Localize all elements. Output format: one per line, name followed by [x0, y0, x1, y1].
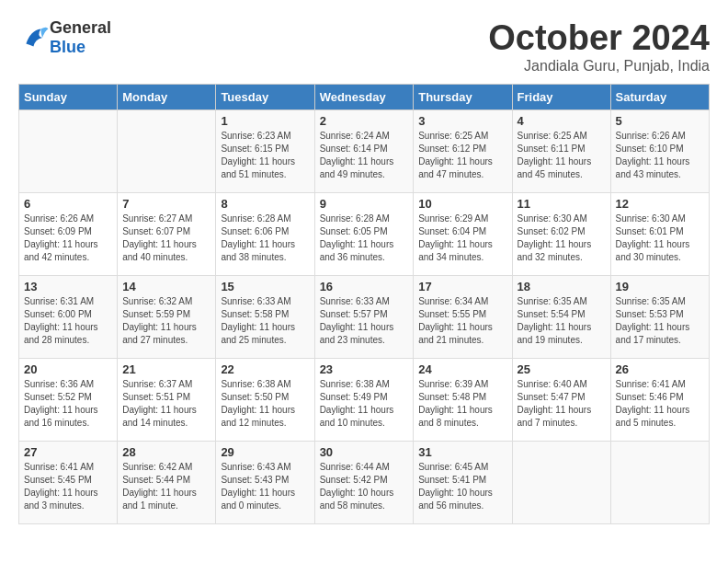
day-number: 24 [418, 362, 506, 376]
day-info: Sunrise: 6:32 AM Sunset: 5:59 PM Dayligh… [122, 295, 210, 347]
calendar-cell: 29Sunrise: 6:43 AM Sunset: 5:43 PM Dayli… [216, 442, 314, 524]
day-info: Sunrise: 6:35 AM Sunset: 5:53 PM Dayligh… [616, 295, 704, 347]
day-number: 5 [616, 114, 704, 128]
day-info: Sunrise: 6:26 AM Sunset: 6:10 PM Dayligh… [616, 130, 704, 181]
calendar-cell: 16Sunrise: 6:33 AM Sunset: 5:57 PM Dayli… [314, 276, 414, 359]
calendar-cell: 9Sunrise: 6:28 AM Sunset: 6:05 PM Daylig… [314, 193, 414, 276]
calendar-cell: 28Sunrise: 6:42 AM Sunset: 5:44 PM Dayli… [118, 442, 216, 524]
week-row-2: 6Sunrise: 6:26 AM Sunset: 6:09 PM Daylig… [19, 193, 710, 276]
day-number: 12 [616, 197, 704, 211]
day-info: Sunrise: 6:45 AM Sunset: 5:41 PM Dayligh… [418, 461, 506, 512]
day-info: Sunrise: 6:23 AM Sunset: 6:15 PM Dayligh… [221, 130, 309, 181]
calendar-cell: 20Sunrise: 6:36 AM Sunset: 5:52 PM Dayli… [19, 359, 118, 442]
day-number: 19 [616, 280, 704, 293]
calendar-cell [118, 110, 216, 193]
page-header: General Blue October 2024 Jandiala Guru,… [18, 18, 710, 75]
calendar-cell: 2Sunrise: 6:24 AM Sunset: 6:14 PM Daylig… [314, 110, 414, 193]
day-info: Sunrise: 6:27 AM Sunset: 6:07 PM Dayligh… [122, 213, 210, 264]
day-number: 16 [320, 280, 409, 293]
header-day-sunday: Sunday [19, 85, 118, 110]
day-info: Sunrise: 6:38 AM Sunset: 5:49 PM Dayligh… [320, 378, 409, 430]
calendar-cell: 24Sunrise: 6:39 AM Sunset: 5:48 PM Dayli… [414, 359, 512, 442]
header-day-thursday: Thursday [414, 85, 512, 110]
day-number: 25 [518, 362, 606, 376]
calendar-cell: 25Sunrise: 6:40 AM Sunset: 5:47 PM Dayli… [512, 359, 610, 442]
day-info: Sunrise: 6:41 AM Sunset: 5:46 PM Dayligh… [616, 378, 704, 430]
day-info: Sunrise: 6:33 AM Sunset: 5:57 PM Dayligh… [320, 295, 409, 347]
logo: General Blue [18, 18, 111, 57]
logo-general-text: General [50, 18, 111, 37]
day-number: 1 [221, 114, 309, 128]
day-number: 15 [221, 280, 309, 293]
header-day-wednesday: Wednesday [314, 85, 414, 110]
day-number: 22 [221, 362, 309, 376]
day-number: 21 [122, 362, 210, 376]
calendar-cell: 26Sunrise: 6:41 AM Sunset: 5:46 PM Dayli… [610, 359, 709, 442]
calendar-cell: 10Sunrise: 6:29 AM Sunset: 6:04 PM Dayli… [414, 193, 512, 276]
calendar-cell: 3Sunrise: 6:25 AM Sunset: 6:12 PM Daylig… [414, 110, 512, 193]
day-info: Sunrise: 6:28 AM Sunset: 6:05 PM Dayligh… [320, 213, 409, 264]
header-day-saturday: Saturday [610, 85, 709, 110]
calendar-cell: 14Sunrise: 6:32 AM Sunset: 5:59 PM Dayli… [118, 276, 216, 359]
logo-icon [20, 23, 50, 52]
header-row: SundayMondayTuesdayWednesdayThursdayFrid… [19, 85, 710, 110]
day-info: Sunrise: 6:37 AM Sunset: 5:51 PM Dayligh… [122, 378, 210, 430]
day-info: Sunrise: 6:28 AM Sunset: 6:06 PM Dayligh… [221, 213, 309, 264]
header-day-tuesday: Tuesday [216, 85, 314, 110]
day-number: 10 [418, 197, 506, 211]
day-number: 18 [518, 280, 606, 293]
day-number: 6 [24, 197, 112, 211]
day-number: 13 [24, 280, 112, 293]
month-title: October 2024 [488, 18, 710, 58]
day-info: Sunrise: 6:41 AM Sunset: 5:45 PM Dayligh… [24, 461, 112, 512]
day-number: 3 [418, 114, 506, 128]
day-number: 4 [518, 114, 606, 128]
week-row-1: 1Sunrise: 6:23 AM Sunset: 6:15 PM Daylig… [19, 110, 710, 193]
week-row-3: 13Sunrise: 6:31 AM Sunset: 6:00 PM Dayli… [19, 276, 710, 359]
day-number: 17 [418, 280, 506, 293]
day-info: Sunrise: 6:40 AM Sunset: 5:47 PM Dayligh… [518, 378, 606, 430]
day-info: Sunrise: 6:26 AM Sunset: 6:09 PM Dayligh… [24, 213, 112, 264]
calendar-cell: 19Sunrise: 6:35 AM Sunset: 5:53 PM Dayli… [610, 276, 709, 359]
day-number: 2 [320, 114, 409, 128]
calendar-cell: 1Sunrise: 6:23 AM Sunset: 6:15 PM Daylig… [216, 110, 314, 193]
calendar-cell: 21Sunrise: 6:37 AM Sunset: 5:51 PM Dayli… [118, 359, 216, 442]
day-info: Sunrise: 6:30 AM Sunset: 6:02 PM Dayligh… [518, 213, 606, 264]
calendar-cell: 13Sunrise: 6:31 AM Sunset: 6:00 PM Dayli… [19, 276, 118, 359]
day-number: 8 [221, 197, 309, 211]
day-number: 29 [221, 445, 309, 459]
day-number: 23 [320, 362, 409, 376]
header-day-friday: Friday [512, 85, 610, 110]
day-info: Sunrise: 6:30 AM Sunset: 6:01 PM Dayligh… [616, 213, 704, 264]
calendar-cell: 17Sunrise: 6:34 AM Sunset: 5:55 PM Dayli… [414, 276, 512, 359]
calendar-cell: 4Sunrise: 6:25 AM Sunset: 6:11 PM Daylig… [512, 110, 610, 193]
day-info: Sunrise: 6:36 AM Sunset: 5:52 PM Dayligh… [24, 378, 112, 430]
calendar-header: SundayMondayTuesdayWednesdayThursdayFrid… [19, 85, 710, 110]
day-info: Sunrise: 6:31 AM Sunset: 6:00 PM Dayligh… [24, 295, 112, 347]
day-info: Sunrise: 6:43 AM Sunset: 5:43 PM Dayligh… [221, 461, 309, 512]
calendar-cell: 18Sunrise: 6:35 AM Sunset: 5:54 PM Dayli… [512, 276, 610, 359]
calendar-cell: 27Sunrise: 6:41 AM Sunset: 5:45 PM Dayli… [19, 442, 118, 524]
day-number: 7 [122, 197, 210, 211]
day-info: Sunrise: 6:33 AM Sunset: 5:58 PM Dayligh… [221, 295, 309, 347]
calendar-cell: 30Sunrise: 6:44 AM Sunset: 5:42 PM Dayli… [314, 442, 414, 524]
day-number: 14 [122, 280, 210, 293]
day-info: Sunrise: 6:42 AM Sunset: 5:44 PM Dayligh… [122, 461, 210, 512]
day-info: Sunrise: 6:39 AM Sunset: 5:48 PM Dayligh… [418, 378, 506, 430]
calendar-table: SundayMondayTuesdayWednesdayThursdayFrid… [18, 84, 710, 524]
day-number: 31 [418, 445, 506, 459]
day-number: 26 [616, 362, 704, 376]
calendar-cell: 12Sunrise: 6:30 AM Sunset: 6:01 PM Dayli… [610, 193, 709, 276]
calendar-cell: 23Sunrise: 6:38 AM Sunset: 5:49 PM Dayli… [314, 359, 414, 442]
week-row-5: 27Sunrise: 6:41 AM Sunset: 5:45 PM Dayli… [19, 442, 710, 524]
calendar-cell [610, 442, 709, 524]
title-section: October 2024 Jandiala Guru, Punjab, Indi… [488, 18, 710, 75]
logo-blue-text: Blue [50, 38, 85, 56]
calendar-cell: 8Sunrise: 6:28 AM Sunset: 6:06 PM Daylig… [216, 193, 314, 276]
day-info: Sunrise: 6:29 AM Sunset: 6:04 PM Dayligh… [418, 213, 506, 264]
day-info: Sunrise: 6:24 AM Sunset: 6:14 PM Dayligh… [320, 130, 409, 181]
day-number: 11 [518, 197, 606, 211]
calendar-cell: 15Sunrise: 6:33 AM Sunset: 5:58 PM Dayli… [216, 276, 314, 359]
location-subtitle: Jandiala Guru, Punjab, India [488, 58, 710, 75]
calendar-cell: 7Sunrise: 6:27 AM Sunset: 6:07 PM Daylig… [118, 193, 216, 276]
